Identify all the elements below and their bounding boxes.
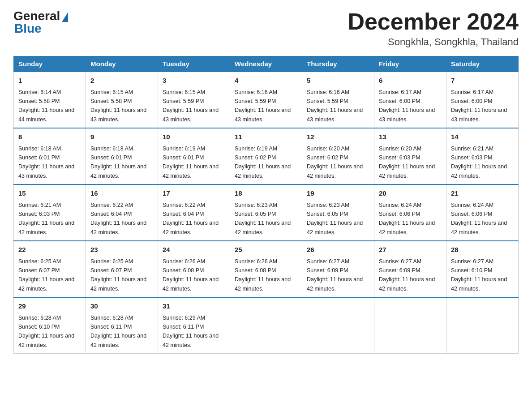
day-info: Sunrise: 6:25 AMSunset: 6:07 PMDaylight:… [18, 258, 74, 292]
day-info: Sunrise: 6:17 AMSunset: 6:00 PMDaylight:… [379, 89, 435, 123]
day-info: Sunrise: 6:21 AMSunset: 6:03 PMDaylight:… [451, 146, 507, 179]
day-number: 7 [451, 76, 514, 86]
calendar-header-row: SundayMondayTuesdayWednesdayThursdayFrid… [14, 56, 519, 72]
calendar-cell: 15 Sunrise: 6:21 AMSunset: 6:03 PMDaylig… [14, 184, 86, 241]
day-number: 8 [18, 132, 81, 142]
day-info: Sunrise: 6:18 AMSunset: 6:01 PMDaylight:… [90, 146, 146, 179]
day-number: 5 [307, 76, 369, 86]
calendar-cell [230, 297, 302, 354]
calendar-cell: 31 Sunrise: 6:29 AMSunset: 6:11 PMDaylig… [158, 297, 230, 354]
calendar-table: SundayMondayTuesdayWednesdayThursdayFrid… [13, 56, 519, 354]
day-number: 28 [451, 245, 514, 255]
calendar-week-row: 15 Sunrise: 6:21 AMSunset: 6:03 PMDaylig… [14, 184, 519, 241]
calendar-header-thursday: Thursday [302, 56, 374, 72]
day-number: 15 [18, 188, 81, 199]
location-title: Songkhla, Songkhla, Thailand [348, 36, 519, 48]
day-number: 25 [235, 245, 297, 255]
calendar-cell: 6 Sunrise: 6:17 AMSunset: 6:00 PMDayligh… [374, 72, 446, 128]
day-info: Sunrise: 6:26 AMSunset: 6:08 PMDaylight:… [163, 258, 219, 292]
day-info: Sunrise: 6:14 AMSunset: 5:58 PMDaylight:… [18, 89, 74, 123]
calendar-cell: 22 Sunrise: 6:25 AMSunset: 6:07 PMDaylig… [14, 241, 86, 297]
calendar-header-monday: Monday [86, 56, 158, 72]
day-number: 16 [90, 188, 153, 199]
calendar-week-row: 8 Sunrise: 6:18 AMSunset: 6:01 PMDayligh… [14, 128, 519, 184]
day-info: Sunrise: 6:27 AMSunset: 6:09 PMDaylight:… [379, 258, 435, 292]
calendar-cell: 5 Sunrise: 6:16 AMSunset: 5:59 PMDayligh… [302, 72, 374, 128]
day-info: Sunrise: 6:23 AMSunset: 6:05 PMDaylight:… [307, 202, 363, 235]
calendar-cell: 18 Sunrise: 6:23 AMSunset: 6:05 PMDaylig… [230, 184, 302, 241]
month-title: December 2024 [348, 9, 519, 34]
calendar-cell: 1 Sunrise: 6:14 AMSunset: 5:58 PMDayligh… [14, 72, 86, 128]
day-number: 4 [235, 76, 297, 86]
calendar-cell: 19 Sunrise: 6:23 AMSunset: 6:05 PMDaylig… [302, 184, 374, 241]
day-info: Sunrise: 6:28 AMSunset: 6:11 PMDaylight:… [90, 315, 146, 348]
day-info: Sunrise: 6:20 AMSunset: 6:02 PMDaylight:… [307, 146, 363, 179]
day-info: Sunrise: 6:19 AMSunset: 6:01 PMDaylight:… [163, 146, 219, 179]
day-number: 24 [163, 245, 225, 255]
day-number: 9 [90, 132, 153, 142]
day-info: Sunrise: 6:18 AMSunset: 6:01 PMDaylight:… [18, 146, 74, 179]
calendar-cell: 9 Sunrise: 6:18 AMSunset: 6:01 PMDayligh… [86, 128, 158, 184]
calendar-cell [302, 297, 374, 354]
calendar-cell: 8 Sunrise: 6:18 AMSunset: 6:01 PMDayligh… [14, 128, 86, 184]
calendar-week-row: 22 Sunrise: 6:25 AMSunset: 6:07 PMDaylig… [14, 241, 519, 297]
page-header: General Blue December 2024 Songkhla, Son… [13, 9, 519, 48]
day-info: Sunrise: 6:22 AMSunset: 6:04 PMDaylight:… [163, 202, 219, 235]
calendar-cell: 25 Sunrise: 6:26 AMSunset: 6:08 PMDaylig… [230, 241, 302, 297]
calendar-header-wednesday: Wednesday [230, 56, 302, 72]
calendar-cell: 20 Sunrise: 6:24 AMSunset: 6:06 PMDaylig… [374, 184, 446, 241]
day-info: Sunrise: 6:24 AMSunset: 6:06 PMDaylight:… [379, 202, 435, 235]
day-number: 21 [451, 188, 514, 199]
day-number: 23 [90, 245, 153, 255]
calendar-header-sunday: Sunday [14, 56, 86, 72]
day-number: 29 [18, 301, 81, 312]
calendar-cell: 7 Sunrise: 6:17 AMSunset: 6:00 PMDayligh… [446, 72, 519, 128]
day-info: Sunrise: 6:23 AMSunset: 6:05 PMDaylight:… [235, 202, 291, 235]
day-info: Sunrise: 6:16 AMSunset: 5:59 PMDaylight:… [307, 89, 363, 123]
calendar-week-row: 1 Sunrise: 6:14 AMSunset: 5:58 PMDayligh… [14, 72, 519, 128]
calendar-header-saturday: Saturday [446, 56, 519, 72]
title-block: December 2024 Songkhla, Songkhla, Thaila… [348, 9, 519, 48]
day-number: 2 [90, 76, 153, 86]
day-info: Sunrise: 6:22 AMSunset: 6:04 PMDaylight:… [90, 202, 146, 235]
day-number: 14 [451, 132, 514, 142]
day-number: 12 [307, 132, 369, 142]
day-number: 26 [307, 245, 369, 255]
day-number: 19 [307, 188, 369, 199]
day-number: 3 [163, 76, 225, 86]
logo-triangle-icon [62, 12, 68, 22]
calendar-cell: 2 Sunrise: 6:15 AMSunset: 5:58 PMDayligh… [86, 72, 158, 128]
day-number: 27 [379, 245, 442, 255]
day-info: Sunrise: 6:26 AMSunset: 6:08 PMDaylight:… [235, 258, 291, 292]
logo: General Blue [13, 9, 68, 36]
calendar-cell: 26 Sunrise: 6:27 AMSunset: 6:09 PMDaylig… [302, 241, 374, 297]
day-info: Sunrise: 6:17 AMSunset: 6:00 PMDaylight:… [451, 89, 507, 123]
calendar-cell: 21 Sunrise: 6:24 AMSunset: 6:06 PMDaylig… [446, 184, 519, 241]
day-info: Sunrise: 6:27 AMSunset: 6:10 PMDaylight:… [451, 258, 507, 292]
calendar-header-tuesday: Tuesday [158, 56, 230, 72]
day-info: Sunrise: 6:27 AMSunset: 6:09 PMDaylight:… [307, 258, 363, 292]
calendar-cell: 4 Sunrise: 6:16 AMSunset: 5:59 PMDayligh… [230, 72, 302, 128]
calendar-cell: 14 Sunrise: 6:21 AMSunset: 6:03 PMDaylig… [446, 128, 519, 184]
calendar-cell: 30 Sunrise: 6:28 AMSunset: 6:11 PMDaylig… [86, 297, 158, 354]
calendar-cell: 12 Sunrise: 6:20 AMSunset: 6:02 PMDaylig… [302, 128, 374, 184]
day-number: 30 [90, 301, 153, 312]
calendar-cell: 16 Sunrise: 6:22 AMSunset: 6:04 PMDaylig… [86, 184, 158, 241]
day-info: Sunrise: 6:24 AMSunset: 6:06 PMDaylight:… [451, 202, 507, 235]
calendar-week-row: 29 Sunrise: 6:28 AMSunset: 6:10 PMDaylig… [14, 297, 519, 354]
calendar-cell: 23 Sunrise: 6:25 AMSunset: 6:07 PMDaylig… [86, 241, 158, 297]
calendar-cell [374, 297, 446, 354]
day-info: Sunrise: 6:29 AMSunset: 6:11 PMDaylight:… [163, 315, 219, 348]
calendar-header-friday: Friday [374, 56, 446, 72]
calendar-cell: 28 Sunrise: 6:27 AMSunset: 6:10 PMDaylig… [446, 241, 519, 297]
calendar-cell: 24 Sunrise: 6:26 AMSunset: 6:08 PMDaylig… [158, 241, 230, 297]
day-info: Sunrise: 6:15 AMSunset: 5:58 PMDaylight:… [90, 89, 146, 123]
day-info: Sunrise: 6:15 AMSunset: 5:59 PMDaylight:… [163, 89, 219, 123]
day-info: Sunrise: 6:19 AMSunset: 6:02 PMDaylight:… [235, 146, 291, 179]
calendar-cell: 11 Sunrise: 6:19 AMSunset: 6:02 PMDaylig… [230, 128, 302, 184]
day-info: Sunrise: 6:20 AMSunset: 6:03 PMDaylight:… [379, 146, 435, 179]
day-number: 1 [18, 76, 81, 86]
day-info: Sunrise: 6:28 AMSunset: 6:10 PMDaylight:… [18, 315, 74, 348]
day-number: 18 [235, 188, 297, 199]
calendar-cell: 10 Sunrise: 6:19 AMSunset: 6:01 PMDaylig… [158, 128, 230, 184]
